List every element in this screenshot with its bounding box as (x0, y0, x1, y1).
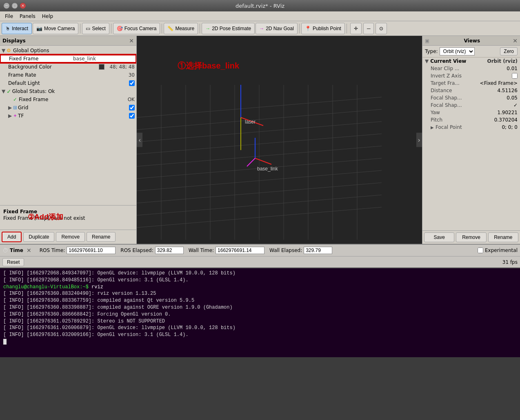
frame-rate-row[interactable]: Frame Rate 30 (0, 71, 136, 79)
viewport-left-arrow[interactable]: ‹ (137, 133, 142, 147)
default-light-row[interactable]: Default Light (0, 79, 136, 87)
move-camera-button[interactable]: 📷 Move Camera (33, 23, 78, 34)
focal-point-expand-icon[interactable]: ▶ (431, 125, 436, 130)
tf-row[interactable]: ▶ ✦ TF (0, 112, 136, 120)
ros-time-label: ROS Time: (40, 248, 65, 253)
duplicate-button[interactable]: Duplicate (23, 232, 54, 242)
expand-arrow-icon[interactable]: ▼ (2, 48, 7, 53)
terminal-prompt: changlu@changlu-VirtualBox:~$ (3, 284, 89, 290)
focal-shap2-label: Focal Shap... (431, 102, 513, 108)
status-check-icon: ✓ (13, 97, 17, 102)
grid-expand-icon[interactable]: ▶ (8, 105, 13, 111)
viewport[interactable]: laser base_link ①选择base_link ‹ › (137, 36, 422, 244)
terminal-input-line (3, 338, 517, 345)
add-button[interactable]: Add (2, 232, 22, 242)
status-expand-icon[interactable]: ▼ (2, 88, 7, 94)
viewport-right-arrow[interactable]: › (416, 133, 422, 147)
views-panel-header: ▣ Views ✕ (422, 36, 520, 46)
select-button[interactable]: ▭ Select (82, 23, 109, 34)
ros-elapsed-field[interactable] (155, 247, 184, 254)
toolbar: 🖱 Interact 📷 Move Camera ▭ Select 🎯 Focu… (0, 21, 520, 36)
menu-help[interactable]: Help (39, 13, 56, 20)
terminal-line-3: [ INFO] [1662976360.883240490]: rviz ver… (3, 290, 517, 297)
pitch-row[interactable]: Pitch 0.370204 (422, 116, 520, 124)
grid-icon: ⊞ (13, 105, 17, 111)
timebar: ⏱ Time ✕ ROS Time: ROS Elapsed: Wall Tim… (0, 244, 520, 256)
displays-panel-header: Displays ✕ (0, 36, 136, 46)
views-title: Views (464, 38, 480, 44)
default-light-checkbox[interactable] (129, 80, 135, 86)
wall-elapsed-label: Wall Elapsed: (269, 248, 302, 253)
fixed-frame-row[interactable]: Fixed Frame base_link (0, 55, 136, 63)
status-fixed-frame-row[interactable]: ✓ Fixed Frame OK (0, 95, 136, 104)
nav-goal-button[interactable]: → 2D Nav Goal (256, 23, 298, 34)
yaw-row[interactable]: Yaw 1.90221 (422, 109, 520, 116)
focal-shap1-row[interactable]: Focal Shap... 0.05 (422, 94, 520, 102)
experimental-checkbox[interactable] (478, 248, 483, 253)
wall-time-field[interactable] (216, 247, 264, 254)
pitch-value: 0.370204 (494, 117, 518, 123)
window-title: default.rviz* - RViz (28, 3, 492, 9)
displays-tree[interactable]: ▼ ⚙ Global Options Fixed Frame base_link… (0, 46, 136, 205)
distance-row[interactable]: Distance 4.51126 (422, 87, 520, 94)
color-swatch (99, 64, 104, 70)
invert-z-row[interactable]: Invert Z Axis (422, 72, 520, 80)
views-remove-button[interactable]: Remove (456, 232, 486, 242)
measure-button[interactable]: 📏 Measure (164, 23, 198, 34)
views-type-select[interactable]: Orbit (rviz) (440, 47, 475, 55)
pose-estimate-button[interactable]: → 2D Pose Estimate (202, 23, 255, 34)
ros-time-field[interactable] (67, 247, 116, 254)
time-label: Time (10, 248, 23, 253)
wall-time-label: Wall Time: (189, 248, 214, 253)
focal-point-row[interactable]: ▶ Focal Point 0; 0; 0 (422, 124, 520, 131)
global-options-row[interactable]: ▼ ⚙ Global Options (0, 46, 136, 55)
status-fixed-frame-value: OK (124, 97, 135, 102)
target-frame-row[interactable]: Target Fra... <Fixed Frame> (422, 80, 520, 87)
views-zero-button[interactable]: Zero (500, 47, 518, 55)
interact-button[interactable]: 🖱 Interact (2, 23, 32, 34)
global-status-row[interactable]: ▼ ✓ Global Status: Ok (0, 87, 136, 95)
invert-z-label: Invert Z Axis (431, 73, 512, 79)
views-save-button[interactable]: Save (424, 232, 454, 242)
menu-panels[interactable]: Panels (16, 13, 39, 20)
wall-elapsed-field[interactable] (304, 247, 332, 254)
rename-button[interactable]: Rename (87, 232, 116, 242)
focal-shap2-row[interactable]: Focal Shap... ✓ (422, 102, 520, 109)
select-icon: ▭ (86, 26, 90, 31)
tf-expand-icon[interactable]: ▶ (8, 113, 13, 119)
maximize-button[interactable]: □ (11, 2, 18, 9)
background-color-row[interactable]: Background Color 48; 48; 48 (0, 63, 136, 71)
grid-checkbox[interactable] (129, 105, 135, 111)
pitch-label: Pitch (431, 117, 494, 123)
displays-title: Displays (2, 38, 26, 44)
publish-point-button[interactable]: 📍 Publish Point (301, 23, 345, 34)
reset-button[interactable]: Reset (2, 258, 24, 266)
views-close-button[interactable]: ✕ (513, 38, 518, 44)
close-button[interactable]: ✕ (20, 2, 26, 9)
toolbar-separator-6 (347, 24, 347, 33)
grid-row[interactable]: ▶ ⊞ Grid (0, 104, 136, 112)
remove-button[interactable]: Remove (56, 232, 85, 242)
focus-camera-button[interactable]: 🎯 Focus Camera (113, 23, 160, 34)
terminal-line-9: [ INFO] [1662976361.032009166]: OpenGl v… (3, 332, 517, 338)
extra-btn-1[interactable]: ✛ (350, 23, 362, 34)
menu-file[interactable]: File (2, 13, 16, 20)
timebar-close-button[interactable]: ✕ (27, 247, 31, 254)
near-clip-row[interactable]: Near Clip ... 0.01 (422, 65, 520, 72)
extra-btn-3[interactable]: ⊙ (376, 23, 387, 34)
toolbar-separator-3 (162, 24, 162, 33)
fixed-frame-value[interactable]: base_link (70, 56, 134, 62)
views-type-row: Type: Orbit (rviz) Zero (422, 46, 520, 57)
invert-z-checkbox[interactable] (512, 73, 518, 79)
tf-label: TF (18, 113, 127, 119)
focal-point-label: Focal Point (436, 124, 502, 130)
minimize-button[interactable]: ─ (3, 2, 10, 9)
frame-rate-label: Frame Rate (8, 72, 125, 78)
tf-checkbox[interactable] (129, 113, 135, 119)
displays-close-button[interactable]: ✕ (129, 38, 134, 44)
views-rename-button[interactable]: Rename (488, 232, 518, 242)
extra-btn-2[interactable]: ─ (363, 23, 374, 34)
focal-shap1-value: 0.05 (507, 95, 518, 101)
terminal[interactable]: [ INFO] [1662972068.849347097]: OpenGL d… (0, 267, 520, 357)
current-view-expand-icon[interactable]: ▼ (425, 58, 429, 64)
